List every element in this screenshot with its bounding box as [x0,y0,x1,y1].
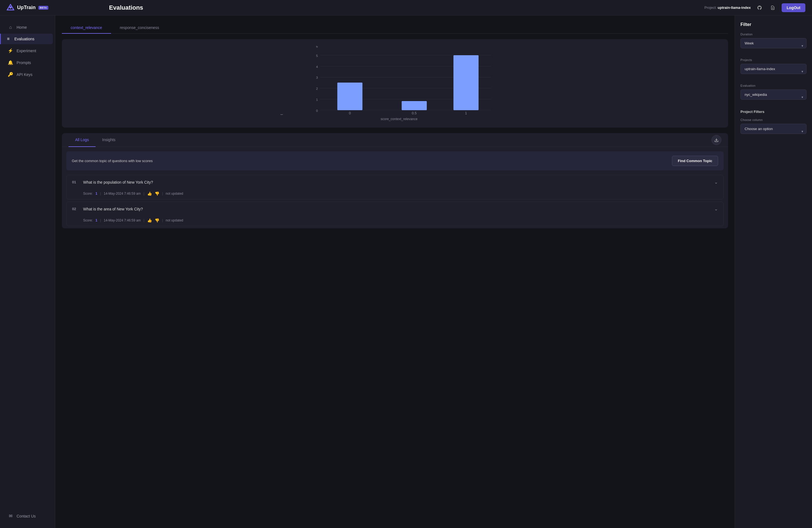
sidebar-item-prompts[interactable]: 🔔 Prompts [2,57,53,68]
download-button[interactable] [711,135,721,145]
evaluation-select-wrapper: nyc_wikipedia [740,89,807,105]
duration-select-wrapper: Week Day Month All [740,38,807,53]
sidebar-item-evaluations[interactable]: ≡ Evaluations [0,34,53,44]
page-title: Evaluations [48,4,705,11]
log-item: 02 What is the area of New York City? ⌄ … [66,202,724,226]
log-item: 01 What is the population of New York Ci… [66,175,724,200]
tab-response-conciseness[interactable]: response_conciseness [111,22,168,34]
thumbs-down-button[interactable]: 👎 [155,218,159,223]
evaluations-icon: ≡ [5,36,11,41]
sidebar-item-home[interactable]: ⌂ Home [2,22,53,33]
home-icon: ⌂ [8,25,13,30]
choose-option-select[interactable]: Choose an option [740,124,807,134]
topbar-right: Project: uptrain-llama-index LogOut [705,3,806,12]
score-value: 1 [96,192,98,195]
common-topic-banner: Get the common topic of questions with l… [66,151,724,171]
score-value: 1 [96,218,98,222]
chart-inner: Count 0 1 2 3 4 5 6 [69,46,721,121]
choose-column-label: Choose column [740,118,807,121]
thumbs-up-button[interactable]: 👍 [147,218,152,223]
filter-title: Filter [740,22,807,27]
topbar-left: UpTrain BETA [6,4,48,12]
logo-text: UpTrain [17,5,35,11]
svg-text:0.5: 0.5 [412,111,417,115]
logout-button[interactable]: LogOut [782,3,806,12]
projects-select[interactable]: uptrain-llama-index [740,64,807,74]
meta-sep: | [162,218,163,222]
project-name: uptrain-llama-index [717,5,751,10]
main-content: context_relevance response_conciseness C… [55,15,735,528]
meta-sep: | [162,192,163,195]
log-question: What is the population of New York City? [83,180,710,185]
right-panel: Filter Duration Week Day Month All Proje… [735,15,812,528]
score-label: Score: [83,192,93,195]
evaluation-label: Evaluation [740,84,807,87]
log-date: 14-May-2024 7:46:59 am [104,218,141,222]
experiment-icon: ⚡ [8,48,13,53]
log-meta: Score: 1 | 14-May-2024 7:46:59 am | 👍 👎 … [67,189,723,199]
choose-option-select-wrapper: Choose an option [740,124,807,139]
svg-text:1: 1 [465,111,467,115]
duration-select[interactable]: Week Day Month All [740,38,807,48]
svg-text:3: 3 [316,76,318,79]
expand-button[interactable]: ⌄ [714,179,718,185]
log-number: 02 [72,207,79,211]
tab-all-logs[interactable]: All Logs [69,133,96,147]
svg-text:Count: Count [280,114,284,115]
sidebar-item-api-keys[interactable]: 🔑 API Keys [2,69,53,80]
expand-button[interactable]: ⌄ [714,206,718,211]
projects-select-wrapper: uptrain-llama-index [740,64,807,79]
find-common-topic-button[interactable]: Find Common Topic [672,156,718,166]
svg-text:2: 2 [316,87,318,90]
log-date: 14-May-2024 7:46:59 am [104,192,141,195]
common-topic-text: Get the common topic of questions with l… [72,159,153,163]
project-prefix: Project: uptrain-llama-index [705,5,751,10]
svg-text:5: 5 [316,54,318,57]
github-icon[interactable] [755,3,764,12]
sidebar-item-label: Experiment [17,48,36,53]
chart-container: Count 0 1 2 3 4 5 6 [62,39,728,128]
svg-point-1 [10,6,12,9]
main-layout: ⌂ Home ≡ Evaluations ⚡ Experiment 🔔 Prom… [0,15,812,528]
tab-context-relevance[interactable]: context_relevance [62,22,111,34]
thumbs-down-button[interactable]: 👎 [155,191,159,196]
thumbs-up-button[interactable]: 👍 [147,191,152,196]
update-status: not updated [166,218,183,222]
sidebar-item-label: API Keys [17,72,33,77]
sidebar-item-experiment[interactable]: ⚡ Experiment [2,45,53,56]
sidebar-item-label: Contact Us [17,514,35,518]
sidebar-item-contact-us[interactable]: ✉ Contact Us [2,511,53,522]
svg-text:0: 0 [316,109,318,113]
sidebar-item-label: Evaluations [14,37,34,41]
meta-sep: | [100,218,101,222]
api-keys-icon: 🔑 [8,72,13,77]
svg-rect-18 [402,101,427,110]
log-question: What is the area of New York City? [83,207,710,211]
evaluation-select[interactable]: nyc_wikipedia [740,89,807,100]
svg-text:4: 4 [316,65,318,69]
projects-label: Projects [740,58,807,62]
svg-text:6: 6 [316,46,318,48]
logs-tabs: All Logs Insights [62,133,728,147]
sidebar-item-label: Prompts [17,60,31,65]
docs-icon[interactable] [768,3,777,12]
meta-sep: | [144,218,144,222]
beta-badge: BETA [39,6,48,10]
meta-sep: | [144,192,144,195]
update-status: not updated [166,192,183,195]
logs-tabs-left: All Logs Insights [69,133,122,147]
chart-x-label: score_context_relevance [77,117,721,121]
project-filters-title: Project Filters [740,109,807,114]
contact-icon: ✉ [8,513,13,518]
meta-sep: | [100,192,101,195]
sidebar: ⌂ Home ≡ Evaluations ⚡ Experiment 🔔 Prom… [0,15,55,528]
log-item-header: 01 What is the population of New York Ci… [67,175,723,189]
evaluation-tabs: context_relevance response_conciseness [62,22,728,34]
svg-text:0: 0 [349,111,351,115]
log-item-header: 02 What is the area of New York City? ⌄ [67,202,723,216]
tab-insights[interactable]: Insights [96,133,122,147]
svg-text:1: 1 [316,98,318,101]
log-meta: Score: 1 | 14-May-2024 7:46:59 am | 👍 👎 … [67,216,723,226]
log-number: 01 [72,180,79,184]
sidebar-item-label: Home [17,25,27,30]
